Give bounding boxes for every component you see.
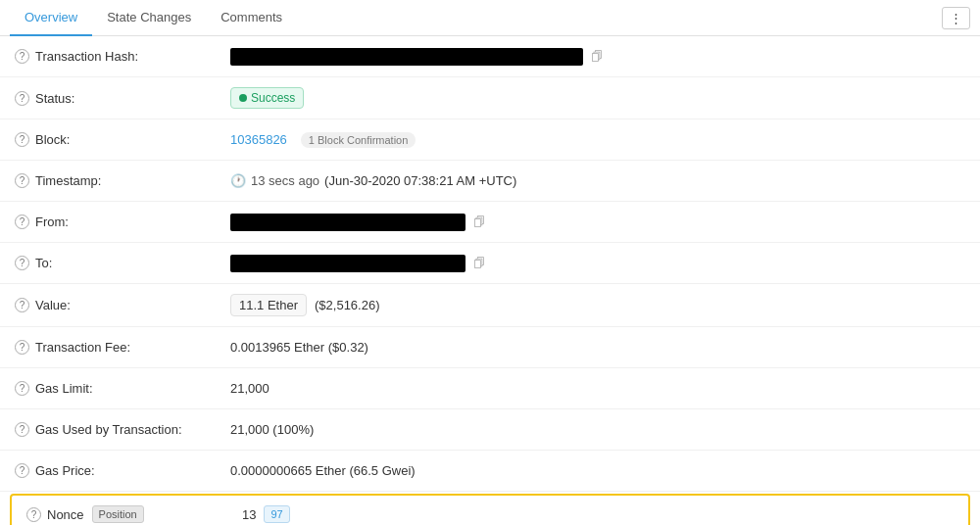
gas-price-row: ? Gas Price: 0.0000000665 Ether (66.5 Gw…	[0, 451, 980, 492]
tab-bar: Overview State Changes Comments ⋮	[0, 0, 980, 36]
timestamp-row: ? Timestamp: 🕐 13 secs ago (Jun-30-2020 …	[0, 161, 980, 202]
transaction-fee-value: 0.0013965 Ether ($0.32)	[230, 340, 965, 355]
to-value: 🗍	[230, 255, 965, 272]
nonce-row: ? Nonce Position 13 97	[10, 494, 970, 525]
status-badge: Success	[230, 87, 304, 109]
gas-limit-help-icon[interactable]: ?	[15, 381, 29, 396]
nonce-position-value: 97	[264, 505, 289, 523]
value-value: 11.1 Ether ($2,516.26)	[230, 294, 965, 316]
nonce-value: 13 97	[242, 505, 954, 523]
value-usd: ($2,516.26)	[315, 298, 380, 312]
status-row: ? Status: Success	[0, 77, 980, 119]
timestamp-help-icon[interactable]: ?	[15, 173, 29, 188]
timestamp-value: 🕐 13 secs ago (Jun-30-2020 07:38:21 AM +…	[230, 173, 965, 188]
value-label: ? Value:	[15, 298, 230, 312]
more-options-button[interactable]: ⋮	[942, 7, 970, 29]
clock-icon: 🕐	[230, 173, 246, 188]
gas-used-help-icon[interactable]: ?	[15, 422, 29, 437]
block-value: 10365826 1 Block Confirmation	[230, 132, 965, 148]
block-row: ? Block: 10365826 1 Block Confirmation	[0, 119, 980, 161]
block-number-link[interactable]: 10365826	[230, 132, 287, 147]
transaction-hash-redacted	[230, 48, 583, 66]
status-value: Success	[230, 87, 965, 109]
value-help-icon[interactable]: ?	[15, 298, 29, 312]
gas-price-help-icon[interactable]: ?	[15, 463, 29, 478]
nonce-number: 13	[242, 507, 256, 522]
gas-limit-label: ? Gas Limit:	[15, 381, 230, 396]
status-help-icon[interactable]: ?	[15, 91, 29, 106]
nonce-position-button[interactable]: Position	[92, 505, 144, 523]
gas-used-label: ? Gas Used by Transaction:	[15, 422, 230, 437]
to-help-icon[interactable]: ?	[15, 256, 29, 270]
transaction-hash-row: ? Transaction Hash: 🗍	[0, 36, 980, 77]
status-label: ? Status:	[15, 91, 230, 106]
transaction-hash-copy-icon[interactable]: 🗍	[591, 50, 603, 64]
timestamp-utc: (Jun-30-2020 07:38:21 AM +UTC)	[324, 173, 516, 188]
gas-used-value: 21,000 (100%)	[230, 422, 965, 437]
gas-price-value: 0.0000000665 Ether (66.5 Gwei)	[230, 463, 965, 478]
value-ether-box: 11.1 Ether	[230, 294, 307, 316]
from-row: ? From: 🗍	[0, 202, 980, 243]
transaction-hash-help-icon[interactable]: ?	[15, 49, 29, 64]
transaction-fee-help-icon[interactable]: ?	[15, 340, 29, 355]
timestamp-label: ? Timestamp:	[15, 173, 230, 188]
gas-limit-row: ? Gas Limit: 21,000	[0, 368, 980, 409]
to-redacted	[230, 255, 466, 272]
transaction-fee-row: ? Transaction Fee: 0.0013965 Ether ($0.3…	[0, 327, 980, 368]
transaction-hash-value: 🗍	[230, 48, 965, 66]
nonce-help-icon[interactable]: ?	[26, 507, 41, 522]
block-confirmation-badge: 1 Block Confirmation	[301, 132, 416, 148]
to-copy-icon[interactable]: 🗍	[473, 257, 485, 270]
gas-limit-value: 21,000	[230, 381, 965, 396]
tab-overview[interactable]: Overview	[10, 0, 92, 36]
block-help-icon[interactable]: ?	[15, 132, 29, 147]
gas-price-label: ? Gas Price:	[15, 463, 230, 478]
value-row: ? Value: 11.1 Ether ($2,516.26)	[0, 284, 980, 327]
gas-used-row: ? Gas Used by Transaction: 21,000 (100%)	[0, 409, 980, 451]
tab-comments[interactable]: Comments	[206, 0, 297, 36]
to-row: ? To: 🗍	[0, 243, 980, 284]
block-label: ? Block:	[15, 132, 230, 147]
from-help-icon[interactable]: ?	[15, 215, 29, 229]
tab-state-changes[interactable]: State Changes	[92, 0, 206, 36]
from-copy-icon[interactable]: 🗍	[473, 215, 485, 229]
transaction-fee-label: ? Transaction Fee:	[15, 340, 230, 355]
to-label: ? To:	[15, 256, 230, 270]
nonce-label: ? Nonce Position	[26, 505, 242, 523]
status-dot	[239, 94, 247, 102]
from-redacted	[230, 214, 466, 231]
timestamp-ago: 13 secs ago	[251, 173, 319, 188]
overview-content: ? Transaction Hash: 🗍 ? Status: Success …	[0, 36, 980, 525]
from-label: ? From:	[15, 215, 230, 229]
transaction-hash-label: ? Transaction Hash:	[15, 49, 230, 64]
from-value: 🗍	[230, 214, 965, 231]
